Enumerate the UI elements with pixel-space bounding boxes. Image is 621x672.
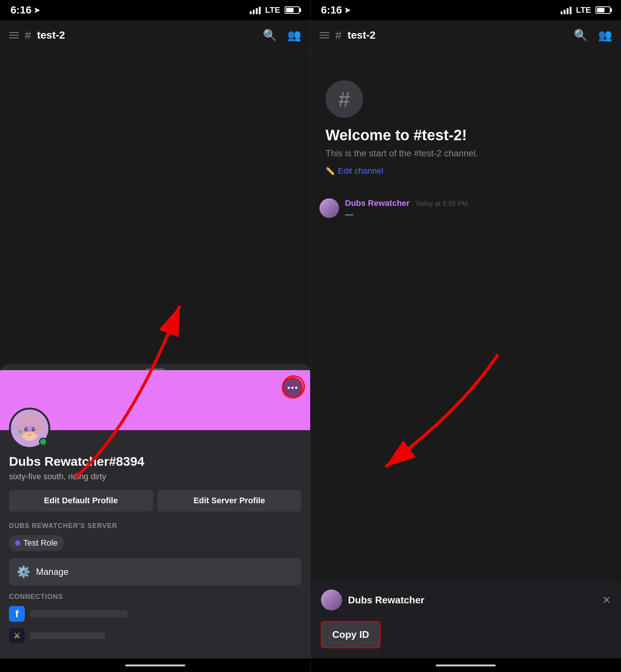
lol-icon: ⚔ <box>9 628 25 644</box>
messages-area: Dubs Rewatcher Today at 5:55 PM — <box>310 191 621 234</box>
svg-point-8 <box>25 428 27 430</box>
pencil-icon: ✏️ <box>326 166 335 176</box>
facebook-icon: f <box>9 606 25 622</box>
home-bar-left <box>125 664 185 666</box>
context-menu-popup: Dubs Rewatcher × Copy ID <box>310 579 621 658</box>
nav-icons-left: 🔍 👥 <box>263 28 301 42</box>
context-user-info: Dubs Rewatcher <box>321 590 424 610</box>
online-status-dot <box>39 438 47 446</box>
hamburger-icon-right[interactable] <box>320 32 329 38</box>
profile-banner <box>0 370 310 430</box>
channel-hash-icon: # <box>326 80 363 118</box>
role-dot-icon <box>15 540 20 546</box>
signal-bars-left <box>250 6 261 14</box>
server-section: DUBS REWATCHER'S SERVER Test Role <box>9 522 301 558</box>
message-author: Dubs Rewatcher <box>345 198 410 208</box>
time-text-left: 6:16 <box>10 4 32 16</box>
message-text: — <box>345 210 612 219</box>
time-text-right: 6:16 <box>321 4 342 16</box>
search-icon-right[interactable]: 🔍 <box>574 28 588 42</box>
profile-avatar-wrapper <box>9 408 50 449</box>
left-phone-panel: 6:16 ➤ LTE # test-2 🔍 👥 <box>0 0 310 672</box>
signal-bars-right <box>561 6 572 14</box>
nav-bar-left: # test-2 🔍 👥 <box>0 20 310 50</box>
context-popup-header: Dubs Rewatcher × <box>310 586 621 618</box>
battery-fill-left <box>286 8 294 12</box>
connections-label: CONNECTIONS <box>9 593 301 601</box>
svg-point-12 <box>32 431 37 434</box>
message-time: Today at 5:55 PM <box>415 200 468 207</box>
battery-icon-left <box>285 6 300 14</box>
right-phone-panel: 6:16 ➤ LTE # test-2 🔍 👥 <box>310 0 621 672</box>
time-right: 6:16 ➤ <box>321 4 351 16</box>
home-bar-right <box>436 664 496 666</box>
lte-label-left: LTE <box>265 5 280 15</box>
welcome-subtitle: This is the start of the #test-2 channel… <box>326 148 478 159</box>
location-icon: ➤ <box>34 6 40 15</box>
profile-username: Dubs Rewatcher#8394 <box>9 454 301 469</box>
context-avatar <box>321 590 342 610</box>
time-left: 6:16 ➤ <box>10 4 40 16</box>
message-header: Dubs Rewatcher Today at 5:55 PM <box>345 198 612 208</box>
edit-channel-link[interactable]: ✏️ Edit channel <box>326 166 383 176</box>
message-item: Dubs Rewatcher Today at 5:55 PM — <box>320 198 612 219</box>
lol-username <box>30 632 105 639</box>
facebook-username <box>30 610 128 617</box>
home-indicator-left <box>0 658 310 672</box>
manage-label: Manage <box>36 567 69 577</box>
nav-icons-right: 🔍 👥 <box>574 28 612 42</box>
hash-icon-right: # <box>335 29 342 42</box>
status-icons-right: LTE <box>561 5 610 15</box>
connections-section: CONNECTIONS f ⚔ <box>9 593 301 644</box>
server-section-label: DUBS REWATCHER'S SERVER <box>9 522 301 530</box>
profile-action-buttons: Edit Default Profile Edit Server Profile <box>9 490 301 512</box>
facebook-connection: f <box>9 606 301 622</box>
profile-body: Dubs Rewatcher#8394 sixty-five south, ri… <box>0 430 310 658</box>
svg-point-10 <box>19 430 22 434</box>
copy-id-button[interactable]: Copy ID <box>321 621 380 648</box>
channel-name-left: test-2 <box>37 29 257 41</box>
status-bar-right: 6:16 ➤ LTE <box>310 0 621 20</box>
welcome-section: # Welcome to #test-2! This is the start … <box>310 50 621 191</box>
status-icons-left: LTE <box>250 5 300 15</box>
context-username: Dubs Rewatcher <box>348 594 424 606</box>
svg-point-9 <box>33 428 34 430</box>
message-avatar-image <box>320 198 339 218</box>
role-badge: Test Role <box>9 535 64 551</box>
members-icon-right[interactable]: 👥 <box>598 28 612 42</box>
more-options-button[interactable] <box>282 378 303 398</box>
profile-sheet: Dubs Rewatcher#8394 sixty-five south, ri… <box>0 364 310 658</box>
edit-server-profile-button[interactable]: Edit Server Profile <box>158 490 302 512</box>
battery-icon-right <box>596 6 610 14</box>
lol-connection: ⚔ <box>9 628 301 644</box>
channel-name-right: test-2 <box>348 29 568 41</box>
message-content: Dubs Rewatcher Today at 5:55 PM — <box>345 198 612 219</box>
gear-icon: ⚙️ <box>16 565 30 579</box>
chat-area-right: # Welcome to #test-2! This is the start … <box>310 50 621 658</box>
context-close-button[interactable]: × <box>603 593 610 607</box>
welcome-title: Welcome to #test-2! <box>326 127 467 144</box>
message-avatar <box>320 198 339 218</box>
search-icon-left[interactable]: 🔍 <box>263 28 277 42</box>
members-icon-left[interactable]: 👥 <box>287 28 301 42</box>
chat-area-left: Dubs Rewatcher#8394 sixty-five south, ri… <box>0 50 310 658</box>
location-icon-right: ➤ <box>344 6 351 15</box>
hamburger-icon[interactable] <box>9 32 19 38</box>
role-label: Test Role <box>23 538 58 548</box>
status-bar-left: 6:16 ➤ LTE <box>0 0 310 20</box>
hash-icon-left: # <box>25 29 31 42</box>
lte-label-right: LTE <box>576 5 591 15</box>
profile-bio: sixty-five south, riding dirty <box>9 472 301 482</box>
edit-default-profile-button[interactable]: Edit Default Profile <box>9 490 153 512</box>
more-dots-icon <box>288 387 297 389</box>
nav-bar-right: # test-2 🔍 👥 <box>310 20 621 50</box>
svg-point-11 <box>22 431 27 434</box>
home-indicator-right <box>310 658 621 672</box>
battery-fill-right <box>597 8 604 12</box>
manage-row[interactable]: ⚙️ Manage <box>9 558 301 585</box>
edit-channel-label: Edit channel <box>338 166 383 176</box>
